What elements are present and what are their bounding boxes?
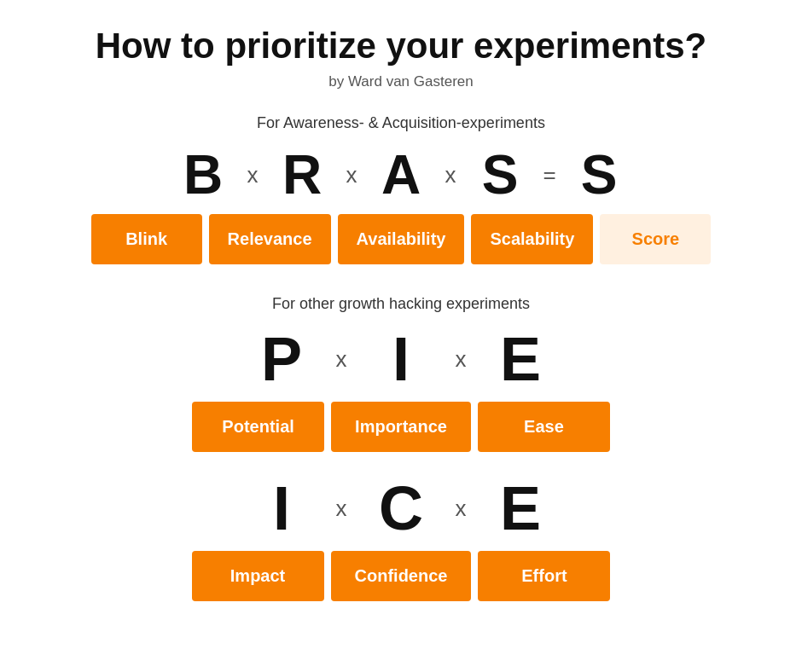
badge-ease: Ease bbox=[478, 402, 610, 452]
ice-badges-row: Impact Confidence Effort bbox=[192, 551, 611, 601]
badge-score: Score bbox=[600, 214, 711, 264]
pie-formula-row: P x I x E bbox=[239, 328, 563, 390]
badge-blink: Blink bbox=[91, 214, 202, 264]
brass-result: S bbox=[565, 148, 633, 202]
ice-letter-i: I bbox=[239, 478, 324, 539]
pie-letter-e: E bbox=[478, 328, 563, 390]
pie-op-1: x bbox=[324, 346, 358, 373]
brass-formula-row: B x R x A x S = S bbox=[169, 148, 633, 202]
brass-op-3: x bbox=[435, 162, 466, 188]
brass-equals: = bbox=[534, 162, 565, 188]
brass-op-2: x bbox=[336, 162, 367, 188]
ice-op-2: x bbox=[444, 495, 478, 522]
brass-letter-b: B bbox=[169, 148, 237, 202]
badge-potential: Potential bbox=[192, 402, 324, 452]
ice-formula-row: I x C x E bbox=[239, 478, 563, 539]
brass-op-1: x bbox=[237, 162, 268, 188]
subtitle: by Ward van Gasteren bbox=[328, 73, 473, 90]
pie-letter-p: P bbox=[239, 328, 324, 390]
section1-label: For Awareness- & Acquisition-experiments bbox=[257, 114, 545, 132]
section2-label: For other growth hacking experiments bbox=[272, 295, 530, 313]
badge-confidence: Confidence bbox=[331, 551, 472, 601]
badge-impact: Impact bbox=[192, 551, 324, 601]
brass-letter-r: R bbox=[268, 148, 336, 202]
pie-letter-i: I bbox=[358, 328, 444, 390]
pie-op-2: x bbox=[444, 346, 478, 373]
brass-letter-s: S bbox=[466, 148, 534, 202]
badge-effort: Effort bbox=[478, 551, 610, 601]
brass-badges-row: Blink Relevance Availability Scalability… bbox=[91, 214, 712, 264]
pie-badges-row: Potential Importance Ease bbox=[192, 402, 610, 452]
ice-letter-e: E bbox=[478, 478, 563, 539]
brass-letter-a: A bbox=[367, 148, 435, 202]
badge-importance: Importance bbox=[331, 402, 471, 452]
badge-availability: Availability bbox=[338, 214, 465, 264]
badge-relevance: Relevance bbox=[209, 214, 331, 264]
ice-letter-c: C bbox=[358, 478, 444, 539]
ice-op-1: x bbox=[324, 495, 358, 522]
badge-scalability: Scalability bbox=[471, 214, 593, 264]
main-title: How to prioritize your experiments? bbox=[96, 26, 706, 67]
